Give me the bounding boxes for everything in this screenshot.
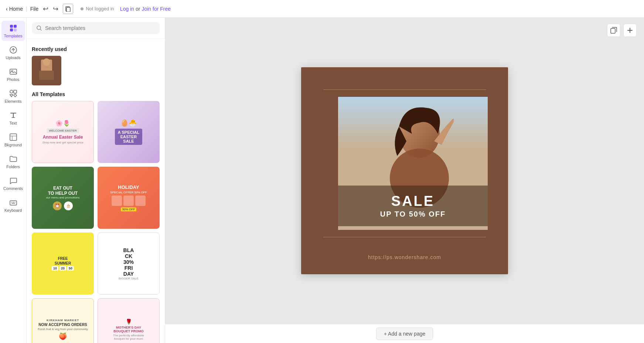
holiday-item-2 xyxy=(123,196,134,206)
home-button[interactable]: ‹ Home xyxy=(6,6,23,12)
topbar-divider: | xyxy=(26,6,27,12)
card-content-blackfriday: BLACK30%FRIDAY BIGGER SALE xyxy=(98,233,159,294)
uploads-icon xyxy=(9,45,18,54)
card-content-holiday: HOLIDAY SPECIAL OFFER 50% OFF 50% OFF xyxy=(98,167,160,229)
file-button[interactable]: File xyxy=(30,6,39,12)
history-buttons: ↩ ↪ xyxy=(41,4,60,14)
templates-panel: Recently used All Templates xyxy=(27,18,165,343)
canvas-bottom-bar: + Add a new page xyxy=(165,324,644,343)
comments-icon xyxy=(9,176,18,185)
svg-point-15 xyxy=(43,58,50,66)
sidebar-item-text[interactable]: Text xyxy=(1,108,25,128)
easter1-title: Annual Easter Sale xyxy=(43,135,83,140)
sidebar-item-background-label: Bkground xyxy=(4,143,22,147)
template-card-summer[interactable]: FREE SUMMER 10 20 50 xyxy=(32,232,94,295)
card-content-easter2: 🥚🐣 A SPECIALEASTERSALE xyxy=(98,101,160,163)
all-templates-section: All Templates 🌸🌷 WELCOME EASTER Annual E… xyxy=(32,91,160,343)
template-card-easter1[interactable]: 🌸🌷 WELCOME EASTER Annual Easter Sale Sho… xyxy=(32,101,94,163)
canvas-content[interactable]: 2021 SPRING CLOTHES 2021 SPRING CLOTHES xyxy=(165,18,644,324)
template-card-eatout[interactable]: EAT OUTTO HELP OUT our menu and promotio… xyxy=(32,167,94,229)
sidebar-item-keyboard[interactable]: Keyboard xyxy=(1,195,25,215)
card-content-eatout: EAT OUTTO HELP OUT our menu and promotio… xyxy=(32,167,94,229)
eatout-title: EAT OUTTO HELP OUT xyxy=(48,186,78,196)
easter2-title: A SPECIALEASTERSALE xyxy=(115,129,142,145)
card-content-summer: FREE SUMMER 10 20 50 xyxy=(32,232,94,295)
elements-icon xyxy=(9,89,18,98)
search-input[interactable] xyxy=(45,25,155,31)
svg-rect-2 xyxy=(10,25,13,28)
login-link[interactable]: Log in xyxy=(120,6,134,12)
svg-rect-17 xyxy=(611,28,615,33)
photos-icon xyxy=(9,67,18,76)
sidebar-item-comments[interactable]: Comments xyxy=(1,173,25,194)
redo-button[interactable]: ↪ xyxy=(51,4,60,14)
card-content-market: KIRKHAM MARKET NOW ACCEPTING ORDERS Fres… xyxy=(32,299,93,343)
svg-rect-1 xyxy=(67,7,70,12)
holiday-item-1 xyxy=(112,196,122,206)
svg-rect-16 xyxy=(39,71,54,80)
holiday-item-3 xyxy=(135,196,146,206)
template-card-mothers[interactable]: 🌹 MOTHER'S DAYBOUQUET PROMO The perfectl… xyxy=(98,298,160,343)
join-link[interactable]: Join for Free xyxy=(142,6,171,12)
sidebar-item-keyboard-label: Keyboard xyxy=(4,208,22,213)
home-label: Home xyxy=(9,6,23,12)
templates-icon xyxy=(9,24,18,33)
search-box[interactable] xyxy=(32,22,160,34)
duplicate-canvas-button[interactable] xyxy=(607,24,620,37)
status-dot xyxy=(81,7,84,10)
mothers-title: MOTHER'S DAYBOUQUET PROMO xyxy=(113,326,144,333)
holiday-items xyxy=(112,196,146,206)
easter1-sub: Shop now and get special price xyxy=(42,141,83,144)
topbar-left: ‹ Home | File ↩ ↪ xyxy=(6,4,73,14)
mothers-flower: 🌹 xyxy=(126,319,132,325)
sidebar-item-photos-label: Photos xyxy=(7,77,19,82)
svg-rect-7 xyxy=(10,69,17,74)
pages-icon[interactable] xyxy=(63,4,73,14)
sidebar-item-elements[interactable]: Elements xyxy=(1,86,25,106)
auth-section: Log in or Join for Free xyxy=(120,6,171,12)
icon-bar: Templates Uploads Photos xyxy=(0,18,27,343)
easter1-flower: 🌸🌷 xyxy=(55,120,70,127)
template-card-holiday[interactable]: HOLIDAY SPECIAL OFFER 50% OFF 50% OFF xyxy=(98,167,160,229)
sidebar-item-templates[interactable]: Templates xyxy=(1,21,25,41)
sidebar-item-background[interactable]: Bkground xyxy=(1,130,25,150)
chevron-left-icon: ‹ xyxy=(6,6,8,12)
card-content-easter1: 🌸🌷 WELCOME EASTER Annual Easter Sale Sho… xyxy=(32,101,93,163)
text-icon xyxy=(9,111,18,120)
svg-rect-12 xyxy=(10,201,17,205)
holiday-badge: 50% OFF xyxy=(121,207,136,211)
sidebar-item-text-label: Text xyxy=(9,121,17,125)
summer-num-20: 20 xyxy=(59,266,66,271)
svg-point-9 xyxy=(10,90,13,93)
main-layout: Templates Uploads Photos xyxy=(0,18,644,343)
background-icon xyxy=(9,133,18,142)
canvas-area: 2021 SPRING CLOTHES 2021 SPRING CLOTHES xyxy=(165,18,644,343)
recent-template-thumb[interactable] xyxy=(32,56,61,85)
templates-grid: 🌸🌷 WELCOME EASTER Annual Easter Sale Sho… xyxy=(32,101,160,343)
market-fruit-icon: 🍑 xyxy=(59,332,67,340)
canvas-line-bottom xyxy=(323,237,486,237)
undo-button[interactable]: ↩ xyxy=(41,4,50,14)
svg-rect-10 xyxy=(14,90,17,93)
sidebar-item-uploads[interactable]: Uploads xyxy=(1,43,25,63)
sidebar-item-elements-label: Elements xyxy=(5,99,22,103)
canvas-sale-overlay: SALE UP TO 50% OFF xyxy=(338,186,488,226)
template-card-market[interactable]: KIRKHAM MARKET NOW ACCEPTING ORDERS Fres… xyxy=(32,298,94,343)
summer-num-10: 10 xyxy=(52,266,58,271)
template-card-blackfriday[interactable]: BLACK30%FRIDAY BIGGER SALE xyxy=(98,232,160,295)
login-status: Not logged in xyxy=(81,6,114,11)
template-card-easter2[interactable]: 🥚🐣 A SPECIALEASTERSALE xyxy=(98,101,160,163)
keyboard-icon xyxy=(9,198,18,207)
recently-used-section: Recently used xyxy=(32,46,160,85)
sidebar-item-photos[interactable]: Photos xyxy=(1,64,25,85)
auth-or: or xyxy=(136,6,140,12)
design-canvas[interactable]: 2021 SPRING CLOTHES 2021 SPRING CLOTHES xyxy=(301,67,508,274)
canvas-sale-title: SALE xyxy=(391,193,435,209)
copy-icon xyxy=(610,27,617,34)
easter1-badge: WELCOME EASTER xyxy=(47,128,79,133)
sidebar-item-folders[interactable]: Folders xyxy=(1,152,25,172)
folders-icon xyxy=(9,154,18,163)
add-new-page-button[interactable]: + Add a new page xyxy=(376,327,433,340)
recent-person-figure xyxy=(35,58,58,84)
add-canvas-button[interactable] xyxy=(623,24,637,37)
